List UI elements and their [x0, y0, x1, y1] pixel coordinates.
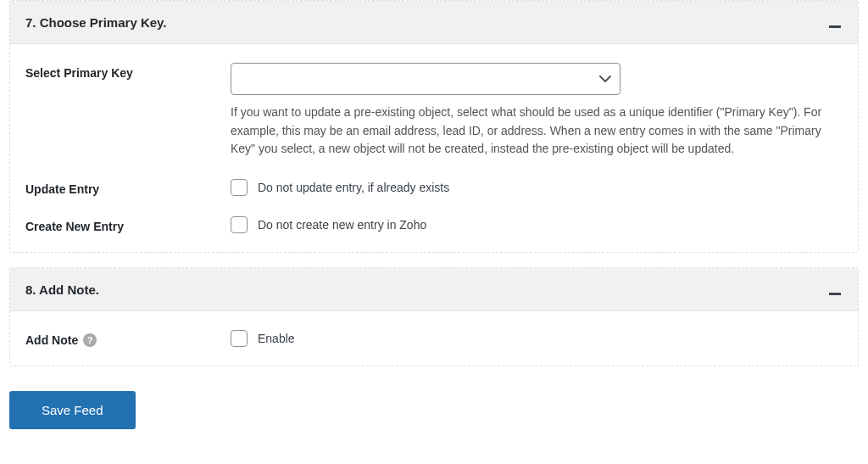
checkbox-create-new-entry[interactable] [231, 216, 248, 233]
section-title-add-note: 8. Add Note. [25, 282, 99, 297]
label-select-primary-key: Select Primary Key [25, 63, 231, 80]
section-choose-primary-key: 7. Choose Primary Key. Select Primary Ke… [9, 0, 859, 253]
help-text-primary-key: If you want to update a pre-existing obj… [231, 103, 832, 159]
section-body-add-note: Add Note ? Enable [10, 311, 858, 366]
chevron-down-icon [599, 75, 611, 83]
checkbox-add-note-enable[interactable] [231, 330, 248, 347]
checkbox-update-entry[interactable] [231, 179, 248, 196]
label-create-new-entry: Create New Entry [25, 216, 231, 233]
question-icon[interactable]: ? [83, 333, 97, 347]
checkbox-label-update-entry: Do not update entry, if already exists [258, 181, 449, 194]
row-create-new-entry: Create New Entry Do not create new entry… [25, 216, 843, 233]
section-title: 7. Choose Primary Key. [25, 15, 166, 30]
row-select-primary-key: Select Primary Key If you want to update… [25, 63, 843, 159]
section-body-primary-key: Select Primary Key If you want to update… [10, 44, 858, 252]
section-add-note: 8. Add Note. Add Note ? Enable [9, 267, 859, 366]
svg-rect-0 [829, 25, 841, 28]
minus-icon[interactable] [827, 13, 843, 31]
minus-icon[interactable] [827, 280, 843, 299]
row-update-entry: Update Entry Do not update entry, if alr… [25, 179, 843, 196]
section-header-primary-key[interactable]: 7. Choose Primary Key. [10, 1, 858, 44]
svg-rect-1 [829, 293, 841, 295]
row-add-note: Add Note ? Enable [25, 330, 843, 347]
save-feed-button[interactable]: Save Feed [9, 391, 136, 429]
checkbox-label-add-note-enable: Enable [258, 332, 295, 345]
checkbox-label-create-new-entry: Do not create new entry in Zoho [258, 218, 426, 232]
section-header-add-note[interactable]: 8. Add Note. [10, 268, 858, 311]
label-update-entry: Update Entry [25, 179, 231, 196]
label-add-note-text: Add Note [25, 333, 78, 347]
label-add-note: Add Note ? [25, 330, 231, 347]
select-primary-key[interactable] [231, 63, 620, 95]
